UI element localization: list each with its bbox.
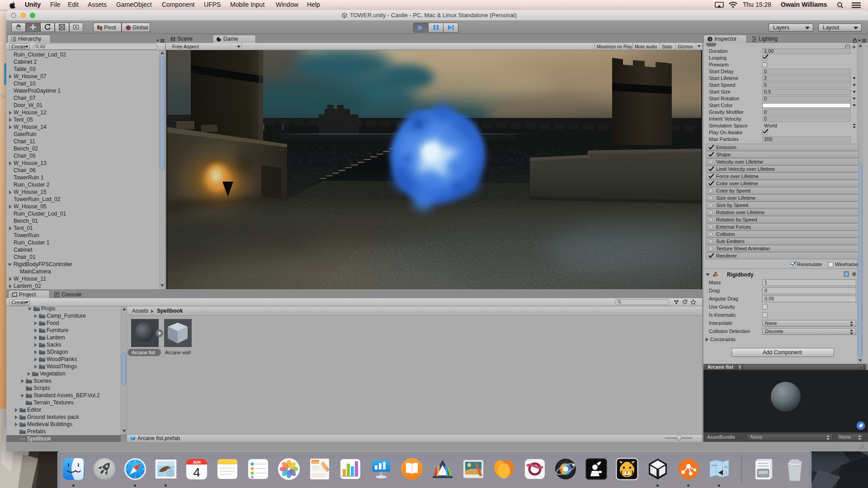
svg-text:PAGES: PAGES: [312, 461, 321, 464]
svg-text:4: 4: [193, 465, 200, 479]
svg-text:JUN: JUN: [193, 460, 201, 465]
svg-text:?: ?: [845, 272, 848, 277]
